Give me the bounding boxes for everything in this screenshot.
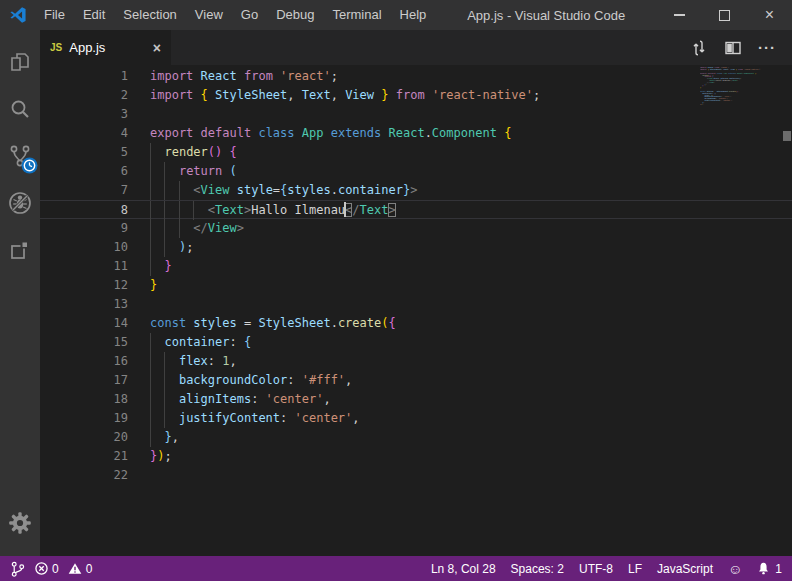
line-number[interactable]: 3: [40, 105, 128, 124]
code-line[interactable]: 7 <View style={styles.container}>: [40, 181, 792, 200]
tab-appjs[interactable]: JS App.js ×: [40, 30, 171, 65]
code-line[interactable]: 14const styles = StyleSheet.create({: [40, 314, 792, 333]
code-token: [150, 164, 179, 178]
code-line[interactable]: 4export default class App extends React.…: [40, 124, 792, 143]
line-number[interactable]: 22: [40, 466, 128, 485]
line-number[interactable]: 7: [40, 181, 128, 200]
code-line[interactable]: 6 return (: [40, 162, 792, 181]
line-number[interactable]: 20: [40, 428, 128, 447]
line-number[interactable]: 9: [40, 219, 128, 238]
code-token: from: [396, 88, 425, 102]
code-line[interactable]: 22: [40, 466, 792, 485]
menu-item-debug[interactable]: Debug: [267, 0, 323, 30]
swap-arrows-icon[interactable]: [690, 39, 708, 57]
line-number[interactable]: 16: [40, 352, 128, 371]
line-number[interactable]: 8: [40, 201, 128, 220]
statusbar-indentation[interactable]: Spaces: 2: [511, 562, 564, 576]
line-number[interactable]: 10: [40, 238, 128, 257]
close-button[interactable]: ×: [747, 0, 792, 30]
vscode-logo-icon: [9, 6, 27, 24]
sidebar-item-source-control[interactable]: [0, 132, 40, 179]
code-line[interactable]: 13: [40, 295, 792, 314]
code-token: [150, 259, 164, 273]
code-text: );: [150, 238, 193, 257]
code-line[interactable]: 3: [40, 105, 792, 124]
line-number[interactable]: 5: [40, 143, 128, 162]
minimize-button[interactable]: [657, 0, 702, 30]
line-number[interactable]: 14: [40, 314, 128, 333]
statusbar-eol[interactable]: LF: [628, 562, 642, 576]
code-token: =: [237, 316, 259, 330]
gear-icon: [8, 511, 32, 535]
line-number[interactable]: 1: [40, 67, 128, 86]
sidebar-item-debug[interactable]: [0, 179, 40, 226]
matched-bracket: >: [388, 203, 395, 217]
code-line[interactable]: 15 container: {: [40, 333, 792, 352]
split-editor-icon[interactable]: [724, 40, 742, 56]
line-number[interactable]: 6: [40, 162, 128, 181]
code-editor[interactable]: 1import React from 'react';2import { Sty…: [40, 65, 792, 556]
code-text: import { StyleSheet, Text, View } from '…: [150, 86, 540, 105]
code-text: flex: 1,: [150, 352, 237, 371]
code-line[interactable]: 20 },: [40, 428, 792, 447]
code-line[interactable]: 18 alignItems: 'center',: [40, 390, 792, 409]
problems-indicator[interactable]: 0 0: [35, 562, 92, 576]
settings-button[interactable]: [0, 499, 40, 546]
statusbar-right: Ln 8, Col 28Spaces: 2UTF-8LFJavaScript ☺…: [431, 561, 782, 576]
line-number[interactable]: 11: [40, 257, 128, 276]
code-line[interactable]: 8 <Text>Hallo Ilmenau</Text>: [40, 200, 792, 219]
code-token: {: [388, 316, 395, 330]
code-token: App: [302, 126, 324, 140]
code-line[interactable]: 19 justifyContent: 'center',: [40, 409, 792, 428]
menu-item-view[interactable]: View: [186, 0, 232, 30]
window-controls: ×: [657, 0, 792, 30]
code-token: container: [164, 335, 229, 349]
statusbar-language-mode[interactable]: JavaScript: [657, 562, 713, 576]
code-line[interactable]: 5 render() {: [40, 143, 792, 162]
code-line[interactable]: 16 flex: 1,: [40, 352, 792, 371]
menu-item-help[interactable]: Help: [391, 0, 436, 30]
code-token: [273, 69, 280, 83]
line-number[interactable]: 15: [40, 333, 128, 352]
maximize-button[interactable]: [702, 0, 747, 30]
line-number[interactable]: 19: [40, 409, 128, 428]
code-line[interactable]: 9 </View>: [40, 219, 792, 238]
code-line[interactable]: 17 backgroundColor: '#fff',: [40, 371, 792, 390]
line-number[interactable]: 18: [40, 390, 128, 409]
menu-item-selection[interactable]: Selection: [114, 0, 185, 30]
sidebar-item-search[interactable]: [0, 85, 40, 132]
git-branch-icon[interactable]: [10, 560, 25, 578]
statusbar-cursor-position[interactable]: Ln 8, Col 28: [431, 562, 496, 576]
sidebar-item-extensions[interactable]: [0, 226, 40, 273]
activity-bar: [0, 30, 40, 556]
code-line[interactable]: 11 }: [40, 257, 792, 276]
line-number[interactable]: 2: [40, 86, 128, 105]
menu-item-file[interactable]: File: [35, 0, 74, 30]
menu-item-edit[interactable]: Edit: [74, 0, 114, 30]
notifications-bell[interactable]: 1: [757, 561, 782, 576]
code-token: extends: [331, 126, 382, 140]
code-line[interactable]: 1import React from 'react';: [40, 67, 792, 86]
line-number[interactable]: 4: [40, 124, 128, 143]
code-token: ,: [172, 430, 179, 444]
more-actions-icon[interactable]: ···: [758, 39, 776, 56]
line-number[interactable]: 21: [40, 447, 128, 466]
sidebar-item-explorer[interactable]: [0, 38, 40, 85]
line-number[interactable]: 17: [40, 371, 128, 390]
minimap[interactable]: import React from 'react';import { Style…: [700, 67, 786, 127]
code-line[interactable]: 12}: [40, 276, 792, 295]
statusbar-encoding[interactable]: UTF-8: [579, 562, 613, 576]
menu-item-go[interactable]: Go: [232, 0, 267, 30]
code-line[interactable]: 10 );: [40, 238, 792, 257]
code-token: [150, 392, 179, 406]
line-number[interactable]: 13: [40, 295, 128, 314]
menu-item-terminal[interactable]: Terminal: [323, 0, 390, 30]
code-token: 'center': [295, 411, 353, 425]
code-line[interactable]: 2import { StyleSheet, Text, View } from …: [40, 86, 792, 105]
feedback-smiley-icon[interactable]: ☺: [728, 562, 742, 576]
code-token: [150, 373, 179, 387]
code-line[interactable]: 21});: [40, 447, 792, 466]
tab-close-icon[interactable]: ×: [153, 41, 161, 55]
code-token: create: [338, 316, 381, 330]
line-number[interactable]: 12: [40, 276, 128, 295]
